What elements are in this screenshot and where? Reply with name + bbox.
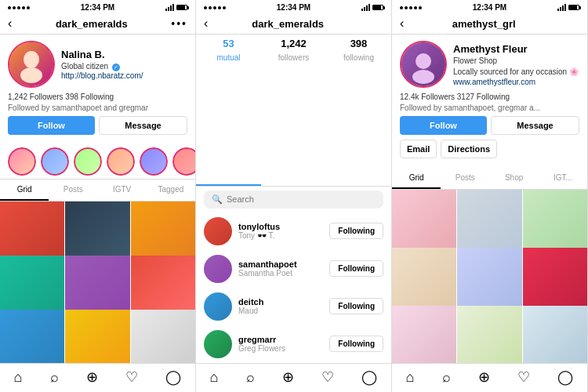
back-button-3[interactable]: ‹ bbox=[400, 16, 404, 31]
search-input-2[interactable] bbox=[227, 194, 376, 204]
profile-followed-by-3: Followed by samanthapoet, gregmar a... bbox=[400, 103, 579, 112]
nav-home-1[interactable]: ⌂ bbox=[14, 369, 23, 386]
nav-search-1[interactable]: ⌕ bbox=[50, 369, 59, 386]
header-3: ‹ amethyst_grl bbox=[392, 13, 587, 34]
back-button-1[interactable]: ‹ bbox=[8, 16, 12, 31]
nav-profile-3[interactable]: ◯ bbox=[557, 368, 573, 386]
profile-section-3: Amethyst Fleur Flower Shop Locally sourc… bbox=[392, 34, 587, 168]
nav-search-3[interactable]: ⌕ bbox=[442, 369, 451, 386]
stat-following-label: following bbox=[343, 53, 374, 62]
nav-add-2[interactable]: ⊕ bbox=[282, 368, 294, 386]
nav-add-3[interactable]: ⊕ bbox=[478, 368, 490, 386]
nav-home-3[interactable]: ⌂ bbox=[406, 369, 415, 386]
verified-badge-1: ✓ bbox=[112, 64, 120, 71]
follower-item-3: gregmarr Greg Flowers Following bbox=[196, 325, 391, 363]
story-2[interactable] bbox=[41, 147, 69, 176]
profile-username-3: amethyst_grl bbox=[452, 18, 516, 30]
follow-button-3[interactable]: Follow bbox=[400, 116, 487, 135]
menu-button-1[interactable]: ••• bbox=[171, 17, 187, 30]
nav-heart-2[interactable]: ♡ bbox=[321, 368, 334, 386]
story-5[interactable] bbox=[140, 147, 168, 176]
nav-profile-1[interactable]: ◯ bbox=[165, 368, 181, 386]
message-button-3[interactable]: Message bbox=[491, 116, 579, 135]
tab-posts-1[interactable]: Posts bbox=[49, 180, 97, 201]
photo-b9[interactable] bbox=[523, 306, 587, 363]
tab-shop-3[interactable]: Shop bbox=[490, 168, 539, 189]
status-bar-3: 12:34 PM bbox=[392, 0, 587, 13]
stat-mutual[interactable]: 53 mutual bbox=[196, 34, 261, 186]
nav-home-2[interactable]: ⌂ bbox=[210, 369, 219, 386]
avatar-3 bbox=[400, 41, 447, 88]
photo-grid-3 bbox=[392, 190, 587, 363]
tab-posts-3[interactable]: Posts bbox=[441, 168, 489, 189]
tab-tagged-1[interactable]: Tagged bbox=[147, 180, 195, 201]
photo-b2[interactable] bbox=[457, 190, 521, 254]
battery-area-2 bbox=[361, 4, 383, 11]
photo-b1[interactable] bbox=[392, 190, 456, 254]
follower-username-3: gregmarr bbox=[238, 335, 323, 344]
photo-8[interactable] bbox=[65, 310, 129, 363]
tab-igtv-1[interactable]: IGTV bbox=[98, 180, 147, 201]
nav-profile-2[interactable]: ◯ bbox=[361, 368, 377, 386]
follower-info-1: samanthapoet Samantha Poet bbox=[238, 260, 323, 278]
directions-button-3[interactable]: Directions bbox=[441, 140, 497, 158]
bottom-nav-3: ⌂ ⌕ ⊕ ♡ ◯ bbox=[392, 363, 587, 392]
profile-stats-1: 1,242 Followers 398 Following bbox=[8, 93, 187, 101]
follow-button-1[interactable]: Follow bbox=[8, 116, 95, 135]
photo-b8[interactable] bbox=[457, 306, 521, 363]
stat-following[interactable]: 398 following bbox=[326, 34, 391, 186]
bottom-nav-2: ⌂ ⌕ ⊕ ♡ ◯ bbox=[196, 363, 391, 392]
profile-username-1: dark_emeralds bbox=[56, 18, 128, 30]
tab-grid-1[interactable]: Grid bbox=[0, 180, 49, 201]
nav-heart-3[interactable]: ♡ bbox=[517, 368, 530, 386]
profile-top-1: Nalina B. Global citizen ✓ http://blog.n… bbox=[8, 41, 187, 88]
story-1[interactable] bbox=[8, 147, 36, 176]
tab-grid-3[interactable]: Grid bbox=[392, 168, 441, 189]
business-link-3[interactable]: www.amethystfleur.com bbox=[453, 78, 579, 86]
svg-point-1 bbox=[24, 51, 39, 68]
nav-add-1[interactable]: ⊕ bbox=[86, 368, 98, 386]
email-button-3[interactable]: Email bbox=[400, 140, 437, 158]
stat-mutual-label: mutual bbox=[216, 53, 240, 62]
story-4[interactable] bbox=[107, 147, 135, 176]
follower-username-2: deitch bbox=[238, 297, 323, 307]
profile-username-2: dark_emeralds bbox=[252, 18, 324, 30]
panel-1: 12:34 PM ‹ dark_emeralds ••• bbox=[0, 0, 196, 392]
message-button-1[interactable]: Message bbox=[99, 116, 187, 135]
following-button-0[interactable]: Following bbox=[329, 223, 383, 239]
follower-avatar-2 bbox=[204, 292, 232, 321]
follower-name-1: Samantha Poet bbox=[238, 269, 323, 278]
follower-name-3: Greg Flowers bbox=[238, 344, 323, 353]
following-button-3[interactable]: Following bbox=[329, 336, 383, 352]
story-6[interactable] bbox=[172, 147, 195, 176]
profile-name-1: Nalina B. bbox=[61, 49, 143, 60]
follower-item-1: samanthapoet Samantha Poet Following bbox=[196, 250, 391, 288]
panel-3: 12:34 PM ‹ amethyst_grl bbox=[392, 0, 588, 392]
follower-username-0: tonyloftus bbox=[238, 222, 323, 231]
photo-7[interactable] bbox=[0, 310, 64, 363]
photo-b7[interactable] bbox=[392, 306, 456, 363]
avatar-1 bbox=[8, 41, 55, 88]
photo-b5[interactable] bbox=[457, 248, 521, 312]
search-bar-2: 🔍 bbox=[204, 191, 383, 209]
story-3[interactable] bbox=[74, 147, 102, 176]
nav-heart-1[interactable]: ♡ bbox=[125, 368, 138, 386]
stat-followers-number: 1,242 bbox=[261, 38, 326, 49]
photo-b4[interactable] bbox=[392, 248, 456, 312]
profile-stats-3: 12.4k Followers 3127 Following bbox=[400, 93, 579, 101]
photo-b6[interactable] bbox=[523, 248, 587, 312]
following-button-1[interactable]: Following bbox=[329, 260, 383, 277]
tab-igtv-3[interactable]: IGT... bbox=[539, 168, 587, 189]
profile-section-1: Nalina B. Global citizen ✓ http://blog.n… bbox=[0, 34, 195, 144]
battery-area-1 bbox=[165, 4, 187, 11]
nav-search-2[interactable]: ⌕ bbox=[246, 369, 255, 386]
stat-followers[interactable]: 1,242 followers bbox=[261, 34, 326, 186]
contact-actions-3: Email Directions bbox=[400, 140, 579, 158]
follower-info-3: gregmarr Greg Flowers bbox=[238, 335, 323, 353]
photo-9[interactable] bbox=[131, 310, 195, 363]
photo-b3[interactable] bbox=[523, 190, 587, 254]
back-button-2[interactable]: ‹ bbox=[204, 16, 208, 31]
profile-link-1[interactable]: http://blog.nbaratz.com/ bbox=[61, 71, 143, 80]
time-3: 12:34 PM bbox=[473, 3, 506, 12]
following-button-2[interactable]: Following bbox=[329, 298, 383, 314]
